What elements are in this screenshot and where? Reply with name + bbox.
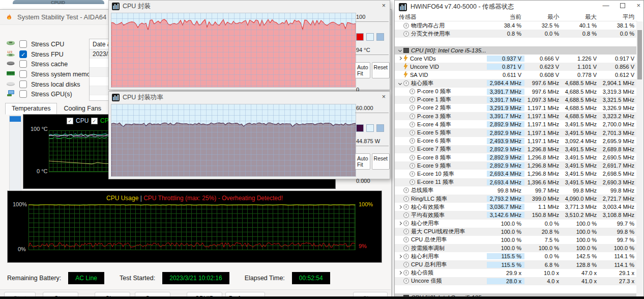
auto-fit-button[interactable]: Auto Fit [355,62,370,78]
chevron-down-icon[interactable] [398,81,402,85]
cpu-power-titlebar[interactable]: CPU 封装功率 × [109,92,390,103]
column-header-4[interactable]: 平均 [600,13,637,21]
cpu-chip-icon [403,48,409,53]
chevron-placeholder [405,165,407,167]
sensor-row[interactable]: E-core 5 频率2,892.9 MHz1,197.1 MHz3,491.5… [395,128,637,137]
chevron-placeholder [399,263,401,266]
sensor-clock-icon [403,270,409,276]
sensor-row[interactable]: P-core 1 频率3,391.7 MHz1,097.3 MHz4,688.5… [395,96,637,104]
checkbox-unchecked[interactable] [19,70,27,78]
sensor-row[interactable]: P-core 0 频率3,391.7 MHz997.6 MHz4,688.5 M… [395,88,637,96]
checkbox-checked-icon[interactable]: ✓ [91,118,98,124]
tab-temperatures[interactable]: Temperatures [5,103,57,115]
hwinfo-scrollbar[interactable] [636,21,643,298]
chevron-right-icon[interactable] [398,57,402,60]
hwinfo-titlebar[interactable]: HWiNFO64 v7.40-5000 - 传感器状态 — × [395,1,643,13]
stress-option-stress-system-memory[interactable]: Stress system memory [6,70,96,78]
sensor-row[interactable]: 核心倍频29.9 x10.0 x47.0 x29.1 x [395,269,637,277]
bg-color-swatch[interactable] [366,124,374,132]
checkbox-unchecked[interactable] [19,90,27,98]
column-header-3[interactable]: 最大 [562,13,600,21]
legend-cpu-1[interactable]: ✓ CPU [67,117,89,124]
scale-min-field[interactable]: 0.000 [355,177,389,185]
fill-color-swatch[interactable] [376,124,384,132]
close-icon[interactable]: × [382,2,386,9]
chevron-placeholder [405,115,407,118]
reset-button[interactable]: Reset [372,62,390,78]
line-color-swatch[interactable] [356,124,364,132]
checkbox-unchecked[interactable] [19,80,27,88]
avg-value: 2,695.9 MHz [600,138,637,144]
sensor-row[interactable]: E-core 4 频率2,892.9 MHz1,197.1 MHz3,491.5… [395,120,637,128]
sensor-row[interactable]: Uncore VID0.871 V0.623 V1.101 V0.856 V [395,63,637,71]
sensor-table-header[interactable]: 传感器当前最小最大平均 [395,13,637,21]
chevron-right-icon[interactable] [398,255,402,258]
sensor-row[interactable]: 物理内存占用38.4 %32.5 %40.1 %38.1 % [395,21,637,30]
maximize-icon[interactable] [620,3,625,8]
line-color-swatch[interactable] [356,33,364,41]
sensor-row[interactable]: 核心频率2,984.4 MHz997.6 MHz4,688.5 MHz2,904… [395,79,637,87]
auto-fit-button[interactable]: Auto Fit [355,153,370,170]
stress-option-stress-cpu[interactable]: Stress CPU [6,40,64,48]
sensor-row[interactable]: SA VID0.611 V0.608 V0.778 V0.612 V [395,71,637,79]
current-value: 0.611 V [487,72,524,78]
sensor-row[interactable]: E-core 8 频率2,892.9 MHz1,296.8 MHz3,491.5… [395,153,637,161]
background-window-titlebar[interactable]: CPUID [13,0,104,4]
sensor-row[interactable]: Core VIDs0.937 V0.666 V1.226 V0.917 V [395,55,637,63]
column-header-2[interactable]: 最小 [524,13,562,21]
close-icon[interactable]: × [382,93,386,100]
sensor-row[interactable]: CPU 总利用率115.5 %6.8 %128.8 %114.1 % [395,260,637,268]
sensor-row[interactable]: E-core 9 频率2,892.9 MHz1,296.8 MHz3,491.5… [395,161,637,170]
sensor-label: E-core 11 频率 [417,178,454,186]
scale-max-field[interactable]: 60.000 [355,104,389,113]
sensor-row[interactable]: P-core 3 频率3,391.7 MHz1,197.1 MHz4,688.5… [395,112,637,120]
min-value: 1,197.1 MHz [524,121,562,127]
chevron-right-icon[interactable] [398,271,402,275]
scrollbar-thumb[interactable] [637,30,642,79]
sensor-row[interactable]: 总线频率99.8 MHz99.7 MHz99.8 MHz99.8 MHz [395,186,637,195]
chevron-right-icon[interactable] [398,205,402,209]
min-value: 0.0 % [524,253,562,259]
sensor-row[interactable]: 核心有效频率3,036.7 MHz1.1 MHz3,771.3 MHz3,003… [395,203,637,211]
tab-cooling-fans[interactable]: Cooling Fans [57,103,108,115]
minimize-icon[interactable]: — [602,2,609,9]
sensor-row[interactable]: 按需频率调制100.0 %100.0 %100.0 %100.0 % [395,244,637,252]
close-icon[interactable]: × [636,2,640,9]
sensor-row[interactable]: Ring/LLC 频率2,793.2 MHz399.0 MHz4,090.0 M… [395,195,637,203]
chevron-right-icon[interactable] [398,222,402,225]
scale-max-field[interactable]: 100 [355,13,389,22]
max-value: 4,688.5 MHz [562,97,600,103]
sensor-row[interactable]: E-core 6 频率2,493.9 MHz1,197.1 MHz3,092.4… [395,137,637,145]
reset-button[interactable]: Reset [372,153,390,170]
stress-option-stress-cache[interactable]: Stress cache [6,60,68,68]
sensor-row[interactable]: 分页文件使用率0.8 %0.0 %0.8 %0.0 % [395,30,637,38]
chevron-down-icon[interactable] [398,48,402,52]
sensor-row[interactable]: 核心利用率115.5 %0.0 %142.5 %114.1 % [395,252,637,260]
column-header-1[interactable]: 当前 [487,13,524,21]
sensor-row[interactable]: CPU 总使用率100.0 %7.5 %100.0 %99.7 % [395,236,637,244]
sensor-row[interactable]: 平均有效频率3,142.6 MHz150.8 MHz3,510.2 MHz3,1… [395,211,637,219]
column-header-0[interactable]: 传感器 [395,13,487,21]
checkbox-unchecked[interactable] [19,40,27,48]
scrollbar-thumb[interactable] [10,116,21,122]
checkbox-checked-icon[interactable]: ✓ [67,118,73,124]
sensor-row[interactable]: 核心使用率100.0 %0.0 %100.0 %99.7 % [395,220,637,228]
sensor-row[interactable]: P-core 2 频率3,291.9 MHz1,197.1 MHz4,688.5… [395,104,637,112]
sensor-row[interactable]: E-core 10 频率2,693.4 MHz1,296.8 MHz3,491.… [395,170,637,178]
checkbox-checked[interactable]: ✓ [19,50,27,58]
sensor-row[interactable]: 最大 CPU/线程使用率100.0 %20.8 %100.0 %99.8 % [395,228,637,236]
fill-color-swatch[interactable] [376,33,384,41]
checkbox-unchecked[interactable] [19,60,27,68]
stress-option-stress-fpu[interactable]: 123✓Stress FPU [6,50,64,59]
stress-option-stress-gpu-s-[interactable]: Stress GPU(s) [6,90,72,98]
sensor-row[interactable]: Uncore 倍频28.0 x4.0 x41.0 x27.3 x [395,277,637,285]
sensor-row[interactable]: E-core 7 频率2,892.9 MHz1,296.8 MHz3,491.5… [395,145,637,153]
avg-value: 2,690.3 MHz [600,179,637,185]
stress-option-stress-local-disks[interactable]: Stress local disks [6,80,80,89]
sensor-clock-icon [403,262,409,267]
max-value: 99.8 MHz [562,187,600,194]
bg-color-swatch[interactable] [366,33,374,41]
sensor-group-row[interactable]: CPU [#0]: Intel Core i5-135... [395,46,637,55]
sensor-row[interactable]: E-core 11 频率2,693.4 MHz1,396.6 MHz3,491.… [395,178,637,186]
cpu-package-titlebar[interactable]: CPU 封装 × [109,1,390,12]
